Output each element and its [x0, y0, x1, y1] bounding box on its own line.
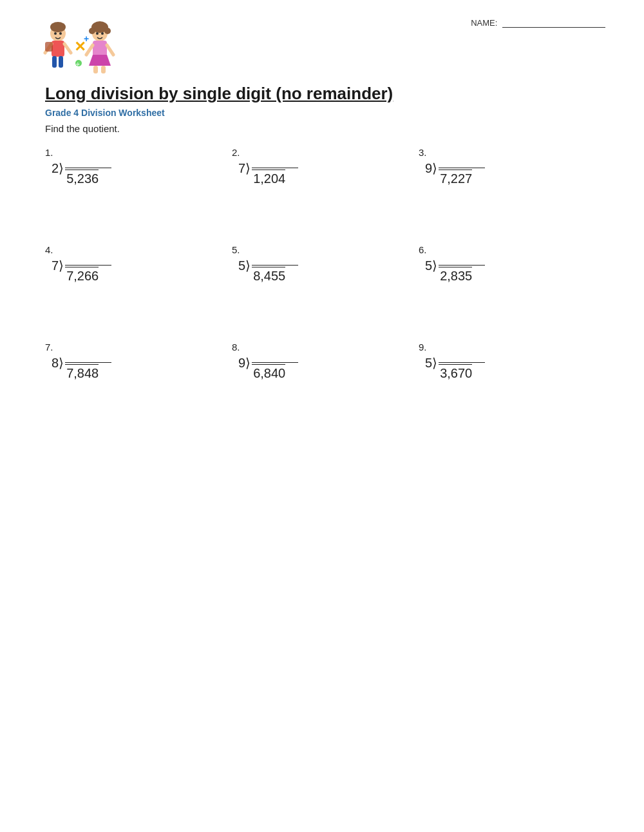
svg-point-21: [101, 32, 104, 35]
svg-text:÷: ÷: [76, 61, 80, 68]
problem-4-divisor: 7: [52, 258, 59, 275]
problem-3-dividend-area: 7,227: [439, 160, 485, 186]
svg-point-9: [59, 32, 62, 35]
svg-marker-15: [89, 55, 111, 66]
svg-point-20: [96, 32, 99, 35]
svg-point-12: [89, 28, 95, 34]
problem-4-dividend-area: 7,266: [65, 258, 111, 284]
problem-9-answer-line: [439, 355, 485, 363]
problems-section: 1. 2 ⟩ 5,236 2. 7 ⟩: [39, 147, 605, 381]
problem-1-division: 2 ⟩ 5,236: [52, 160, 111, 186]
problem-9-dividend-area: 3,670: [439, 355, 485, 381]
problem-3: 3. 9 ⟩ 7,227: [419, 147, 605, 186]
problem-5-dividend-area: 8,455: [252, 258, 298, 284]
problem-3-number: 3.: [419, 147, 427, 158]
problem-3-divisor: 9: [425, 160, 432, 177]
problem-5-answer-line: [252, 258, 298, 266]
problem-8-answer-line: [252, 355, 298, 363]
name-field: NAME:: [471, 18, 605, 28]
problem-9-divisor: 5: [425, 355, 432, 372]
problem-7-dividend-area: 7,848: [65, 355, 111, 381]
page: NAME:: [0, 0, 644, 832]
logo-icon: ✕ + ÷: [39, 19, 122, 77]
problem-6-division: 5 ⟩ 2,835: [425, 258, 485, 284]
problem-9-dividend: 3,670: [439, 364, 472, 381]
problem-9-division: 5 ⟩ 3,670: [425, 355, 485, 381]
problem-9-number: 9.: [419, 342, 427, 353]
problem-5-divisor: 5: [238, 258, 245, 275]
svg-rect-4: [59, 56, 63, 68]
problem-2-number: 2.: [232, 147, 240, 158]
problem-9-bracket: ⟩: [432, 355, 437, 371]
problem-6-bracket: ⟩: [432, 258, 437, 273]
problem-3-division: 9 ⟩ 7,227: [425, 160, 485, 186]
problem-1-dividend: 5,236: [65, 169, 99, 186]
problem-7-answer-line: [65, 355, 111, 363]
problem-7-number: 7.: [45, 342, 53, 353]
problem-1-bracket: ⟩: [59, 160, 64, 176]
problem-6-dividend: 2,835: [439, 267, 472, 284]
problem-6-number: 6.: [419, 244, 427, 255]
svg-point-1: [50, 22, 66, 32]
svg-rect-2: [52, 41, 64, 57]
svg-rect-3: [52, 56, 57, 68]
svg-rect-16: [93, 66, 98, 73]
name-label: NAME:: [471, 18, 497, 28]
problem-2-bracket: ⟩: [245, 160, 251, 176]
problem-3-bracket: ⟩: [432, 160, 437, 176]
problem-9: 9. 5 ⟩ 3,670: [419, 342, 605, 381]
problem-2-dividend-area: 1,204: [252, 160, 298, 186]
problem-2-dividend: 1,204: [252, 169, 285, 186]
problem-4-bracket: ⟩: [59, 258, 64, 273]
problem-8: 8. 9 ⟩ 6,840: [232, 342, 419, 381]
problem-8-dividend: 6,840: [252, 364, 285, 381]
problem-2-division: 7 ⟩ 1,204: [238, 160, 298, 186]
problem-7: 7. 8 ⟩ 7,848: [45, 342, 232, 381]
problem-7-bracket: ⟩: [59, 355, 64, 371]
problem-8-division: 9 ⟩ 6,840: [238, 355, 298, 381]
problem-3-answer-line: [439, 160, 485, 168]
problem-7-divisor: 8: [52, 355, 59, 372]
problem-5-number: 5.: [232, 244, 240, 255]
problem-7-dividend: 7,848: [65, 364, 99, 381]
problem-5-dividend: 8,455: [252, 267, 285, 284]
problem-4-answer-line: [65, 258, 111, 266]
problem-1-dividend-area: 5,236: [65, 160, 111, 186]
problem-8-number: 8.: [232, 342, 240, 353]
svg-line-19: [107, 45, 113, 55]
svg-rect-17: [101, 66, 106, 73]
svg-line-18: [86, 45, 93, 55]
problem-1-answer-line: [65, 160, 111, 168]
problems-row-3: 7. 8 ⟩ 7,848 8. 9 ⟩: [45, 342, 605, 381]
problem-2-divisor: 7: [238, 160, 245, 177]
problem-8-dividend-area: 6,840: [252, 355, 298, 381]
problem-6-answer-line: [439, 258, 485, 266]
problem-2: 2. 7 ⟩ 1,204: [232, 147, 419, 186]
svg-line-6: [64, 44, 71, 53]
problem-2-answer-line: [252, 160, 298, 168]
svg-rect-14: [93, 41, 107, 57]
name-input-line: [502, 19, 605, 28]
problem-6-divisor: 5: [425, 258, 432, 275]
problem-4-number: 4.: [45, 244, 53, 255]
problem-4: 4. 7 ⟩ 7,266: [45, 244, 232, 284]
problem-5-bracket: ⟩: [245, 258, 251, 273]
problem-7-division: 8 ⟩ 7,848: [52, 355, 111, 381]
logo-area: ✕ + ÷: [39, 19, 122, 77]
problem-4-dividend: 7,266: [65, 267, 99, 284]
problem-5: 5. 5 ⟩ 8,455: [232, 244, 419, 284]
svg-point-8: [54, 32, 57, 35]
problem-4-division: 7 ⟩ 7,266: [52, 258, 111, 284]
problem-6-dividend-area: 2,835: [439, 258, 485, 284]
problem-6: 6. 5 ⟩ 2,835: [419, 244, 605, 284]
problem-1: 1. 2 ⟩ 5,236: [45, 147, 232, 186]
instruction: Find the quotient.: [39, 123, 605, 134]
problems-row-2: 4. 7 ⟩ 7,266 5. 5 ⟩: [45, 244, 605, 284]
svg-point-13: [104, 28, 111, 34]
problem-8-divisor: 9: [238, 355, 245, 372]
subtitle: Grade 4 Division Worksheet: [39, 108, 605, 118]
svg-text:+: +: [84, 34, 89, 44]
svg-rect-7: [45, 42, 53, 52]
problem-8-bracket: ⟩: [245, 355, 251, 371]
problems-row-1: 1. 2 ⟩ 5,236 2. 7 ⟩: [45, 147, 605, 186]
